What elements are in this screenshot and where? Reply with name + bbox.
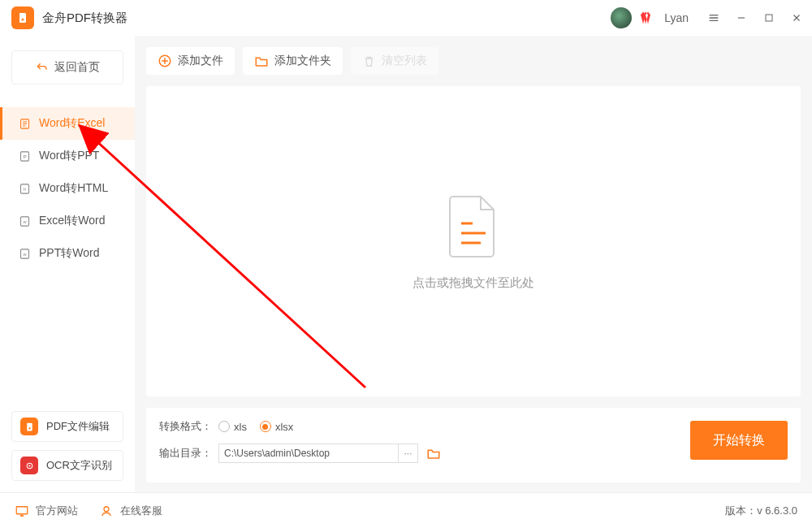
back-arrow-icon: [35, 61, 48, 74]
avatar[interactable]: [611, 7, 632, 28]
doc-icon: [18, 117, 31, 130]
svg-point-17: [104, 506, 109, 511]
close-icon[interactable]: [789, 11, 804, 25]
add-file-button[interactable]: 添加文件: [146, 47, 235, 75]
sidebar-item-word-to-excel[interactable]: Word转Excel: [0, 107, 135, 140]
radio-xls-label: xls: [234, 421, 247, 433]
version-value: v 6.6.3.0: [757, 504, 797, 517]
username[interactable]: Lyan: [664, 11, 689, 24]
svg-text:w: w: [22, 219, 27, 224]
ocr-button[interactable]: OCR文字识别: [11, 450, 123, 481]
clear-list-button[interactable]: 清空列表: [351, 47, 438, 75]
radio-xlsx[interactable]: xlsx: [260, 421, 293, 433]
html-icon: h: [18, 182, 31, 195]
app-logo: [11, 6, 34, 29]
sidebar-item-word-to-html[interactable]: h Word转HTML: [0, 172, 135, 205]
sidebar-item-label: Word转HTML: [39, 181, 108, 196]
format-label: 转换格式：: [159, 419, 212, 434]
back-home-label: 返回首页: [54, 60, 100, 75]
svg-rect-0: [766, 15, 772, 21]
ocr-icon: [20, 457, 38, 474]
output-path-input[interactable]: [218, 444, 399, 463]
add-folder-label: 添加文件夹: [274, 54, 331, 68]
footer: 官方网站 在线客服 版本： v 6.6.3.0: [0, 492, 812, 528]
toolbar: 添加文件 添加文件夹 清空列表: [146, 47, 801, 75]
word-icon: w: [18, 247, 31, 260]
live-support-label: 在线客服: [120, 504, 162, 518]
trash-icon: [362, 54, 376, 68]
official-site-label: 官方网站: [36, 504, 78, 518]
browse-path-button[interactable]: ···: [399, 444, 418, 463]
sidebar-item-label: Word转PPT: [39, 149, 99, 163]
add-file-label: 添加文件: [178, 54, 223, 68]
sidebar-item-label: Word转Excel: [39, 116, 105, 131]
sidebar-item-label: Excel转Word: [39, 214, 105, 228]
app-title: 金舟PDF转换器: [42, 11, 127, 26]
output-label: 输出目录：: [159, 446, 212, 461]
sidebar-item-word-to-ppt[interactable]: P Word转PPT: [0, 140, 135, 172]
live-support-link[interactable]: 在线客服: [99, 504, 162, 518]
titlebar: 金舟PDF转换器 Lyan: [0, 0, 812, 36]
convert-button-label: 开始转换: [713, 432, 765, 449]
svg-point-11: [28, 465, 30, 466]
headset-icon: [99, 504, 114, 518]
svg-text:w: w: [22, 252, 27, 257]
drop-zone[interactable]: 点击或拖拽文件至此处: [146, 86, 801, 396]
minimize-icon[interactable]: [734, 11, 749, 25]
official-site-link[interactable]: 官方网站: [15, 504, 78, 518]
radio-xls[interactable]: xls: [218, 421, 247, 433]
pdf-edit-icon: [20, 418, 38, 435]
open-folder-icon[interactable]: [426, 446, 441, 461]
clear-list-label: 清空列表: [382, 54, 427, 68]
version-label: 版本：: [725, 504, 757, 518]
svg-text:h: h: [23, 187, 25, 192]
folder-icon: [254, 54, 269, 68]
content-area: 添加文件 添加文件夹 清空列表 点击或拖拽文件至此处 转换: [135, 36, 812, 492]
excel-icon: w: [18, 214, 31, 227]
drop-hint-text: 点击或拖拽文件至此处: [412, 275, 534, 291]
svg-rect-16: [16, 506, 28, 513]
sidebar: 返回首页 Word转Excel P Word转PPT h Word转HTML w…: [0, 36, 135, 492]
add-folder-button[interactable]: 添加文件夹: [243, 47, 343, 75]
monitor-icon: [15, 504, 29, 518]
ocr-label: OCR文字识别: [46, 458, 112, 473]
svg-text:P: P: [23, 154, 26, 159]
menu-icon[interactable]: [706, 11, 721, 25]
radio-xlsx-label: xlsx: [275, 421, 293, 433]
settings-panel: 转换格式： xls xlsx 输出目录： ··· 开始转换: [146, 408, 801, 483]
sidebar-item-label: PPT转Word: [39, 246, 99, 261]
sidebar-item-excel-to-word[interactable]: w Excel转Word: [0, 205, 135, 237]
pdf-edit-label: PDF文件编辑: [46, 419, 110, 434]
maximize-icon[interactable]: [762, 11, 776, 25]
plus-circle-icon: [158, 54, 172, 68]
convert-button[interactable]: 开始转换: [690, 421, 788, 460]
sidebar-item-ppt-to-word[interactable]: w PPT转Word: [0, 237, 135, 270]
ppt-icon: P: [18, 149, 31, 162]
vip-badge-icon[interactable]: [638, 11, 653, 25]
pdf-edit-button[interactable]: PDF文件编辑: [11, 411, 123, 442]
document-placeholder-icon: [445, 193, 502, 258]
back-home-button[interactable]: 返回首页: [11, 50, 123, 84]
